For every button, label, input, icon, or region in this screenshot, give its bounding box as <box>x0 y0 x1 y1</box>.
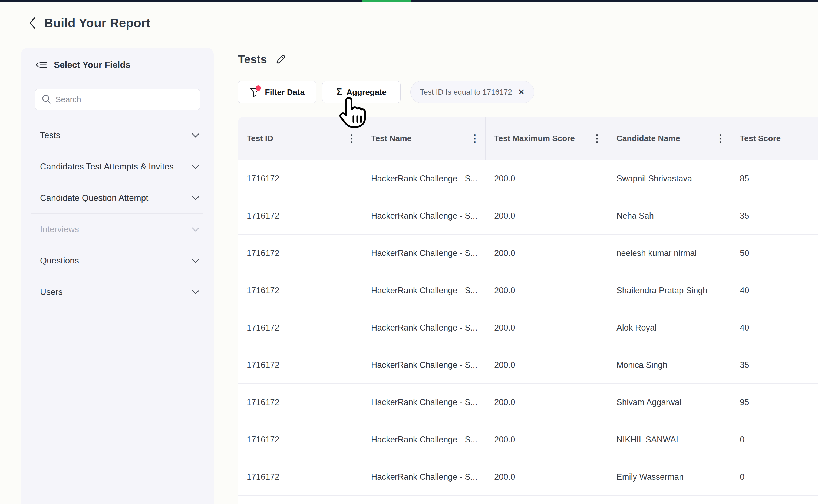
cell-test-maximum-score: 200.0 <box>485 160 608 197</box>
sidebar-field-list: Tests Candidates Test Attempts & Invites… <box>21 120 214 308</box>
chevron-down-icon <box>191 196 199 201</box>
filter-active-badge <box>256 85 261 91</box>
cell-test-score: 50 <box>731 235 818 272</box>
cell-test-id: 1716172 <box>238 197 363 234</box>
sidebar-item-users[interactable]: Users <box>31 276 203 308</box>
cell-candidate-name: Shailendra Pratap Singh <box>608 272 731 309</box>
aggregate-button-label: Aggregate <box>347 88 387 97</box>
kebab-menu-icon[interactable]: ⋮ <box>592 133 602 143</box>
top-window-strip <box>0 0 818 2</box>
cell-test-maximum-score: 200.0 <box>485 197 608 234</box>
collapse-panel-button[interactable] <box>35 60 47 70</box>
sidebar-header: Select Your Fields <box>35 60 130 70</box>
search-input[interactable] <box>35 89 200 110</box>
filter-button-label: Filter Data <box>265 88 305 97</box>
aggregate-button[interactable]: Σ Aggregate <box>322 81 401 103</box>
cell-test-name: HackerRank Challenge - S... <box>363 346 485 383</box>
cell-test-id: 1716172 <box>238 421 363 458</box>
collapse-panel-icon <box>35 60 47 70</box>
table-row: 1716172 HackerRank Challenge - S... 200.… <box>238 458 818 496</box>
cell-test-id: 1716172 <box>238 309 363 346</box>
pencil-icon <box>276 54 287 65</box>
close-icon[interactable]: ✕ <box>518 88 525 96</box>
table-row: 1716172 HackerRank Challenge - S... 200.… <box>238 235 818 272</box>
cell-candidate-name: Shivam Aggarwal <box>608 384 731 421</box>
column-header-label: Test Maximum Score <box>494 134 575 143</box>
cell-candidate-name: Emily Wasserman <box>608 458 731 495</box>
filter-data-button[interactable]: Filter Data <box>238 81 316 103</box>
sidebar-item-candidate-question-attempt[interactable]: Candidate Question Attempt <box>31 182 203 214</box>
table-row: 1716172 HackerRank Challenge - S... 200.… <box>238 421 818 458</box>
cell-candidate-name: Swapnil Shrivastava <box>608 160 731 197</box>
report-preview-table: Test ID ⋮ Test Name ⋮ Test Maximum Score… <box>238 117 818 504</box>
column-header-label: Test Name <box>371 134 412 143</box>
cell-candidate-name: Monica Singh <box>608 346 731 383</box>
report-section-header: Tests <box>238 53 287 66</box>
cell-test-maximum-score: 200.0 <box>485 346 608 383</box>
report-toolbar: Filter Data Σ Aggregate Test ID Is equal… <box>238 81 534 103</box>
cell-test-id: 1716172 <box>238 160 363 197</box>
cell-candidate-name: Neha Sah <box>608 197 731 234</box>
cell-test-score: 85 <box>731 160 818 197</box>
page-title: Build Your Report <box>44 16 150 30</box>
cell-test-maximum-score: 200.0 <box>485 421 608 458</box>
column-header-label: Candidate Name <box>617 134 680 143</box>
kebab-menu-icon[interactable]: ⋮ <box>715 133 726 143</box>
column-header-test-score: Test Score <box>731 117 818 160</box>
cell-test-maximum-score: 200.0 <box>485 235 608 272</box>
sidebar-item-tests[interactable]: Tests <box>31 120 203 151</box>
report-entity-title: Tests <box>238 53 267 66</box>
cell-candidate-name: Alok Royal <box>608 309 731 346</box>
sidebar-item-candidates-test-attempts-invites[interactable]: Candidates Test Attempts & Invites <box>31 151 203 182</box>
column-header-test-id: Test ID ⋮ <box>238 117 363 160</box>
column-header-label: Test ID <box>247 134 273 143</box>
cell-test-score: 0 <box>731 421 818 458</box>
chevron-down-icon <box>191 227 199 232</box>
cell-test-maximum-score: 200.0 <box>485 384 608 421</box>
sidebar-search <box>35 89 200 110</box>
sigma-icon: Σ <box>336 87 342 97</box>
sidebar-item-label: Tests <box>40 130 60 140</box>
fields-sidebar: Select Your Fields Tests Candidates Test… <box>21 48 214 504</box>
table-partial-row <box>238 496 818 504</box>
filter-chip[interactable]: Test ID Is equal to 1716172 ✕ <box>410 81 534 103</box>
top-strip-accent <box>363 0 411 2</box>
build-report-page: Build Your Report Select Your Fields Tes… <box>0 0 818 504</box>
column-header-test-maximum-score: Test Maximum Score ⋮ <box>485 117 608 160</box>
table-row: 1716172 HackerRank Challenge - S... 200.… <box>238 346 818 384</box>
table-row: 1716172 HackerRank Challenge - S... 200.… <box>238 384 818 421</box>
cell-test-name: HackerRank Challenge - S... <box>363 309 485 346</box>
cell-test-id: 1716172 <box>238 458 363 495</box>
table-row: 1716172 HackerRank Challenge - S... 200.… <box>238 160 818 197</box>
back-button[interactable] <box>28 16 36 29</box>
sidebar-item-label: Questions <box>40 256 79 266</box>
search-icon <box>41 94 52 105</box>
sidebar-item-interviews[interactable]: Interviews <box>31 214 203 245</box>
column-header-test-name: Test Name ⋮ <box>363 117 485 160</box>
kebab-menu-icon[interactable]: ⋮ <box>347 133 357 143</box>
cell-test-score: 40 <box>731 309 818 346</box>
sidebar-item-questions[interactable]: Questions <box>31 245 203 276</box>
edit-title-button[interactable] <box>276 54 287 65</box>
chevron-down-icon <box>191 290 199 295</box>
cell-test-id: 1716172 <box>238 346 363 383</box>
kebab-menu-icon[interactable]: ⋮ <box>470 133 480 143</box>
cell-test-name: HackerRank Challenge - S... <box>363 235 485 272</box>
page-header: Build Your Report <box>28 16 150 30</box>
chevron-down-icon <box>191 258 199 263</box>
cell-test-name: HackerRank Challenge - S... <box>363 458 485 495</box>
cell-candidate-name: neelesh kumar nirmal <box>608 235 731 272</box>
cell-test-name: HackerRank Challenge - S... <box>363 421 485 458</box>
cell-test-score: 35 <box>731 197 818 234</box>
column-header-label: Test Score <box>740 134 781 143</box>
table-row: 1716172 HackerRank Challenge - S... 200.… <box>238 272 818 309</box>
cell-test-score: 35 <box>731 346 818 383</box>
cell-test-score: 40 <box>731 272 818 309</box>
cell-test-id: 1716172 <box>238 235 363 272</box>
cell-test-id: 1716172 <box>238 384 363 421</box>
cell-test-score: 0 <box>731 458 818 495</box>
sidebar-item-label: Candidate Question Attempt <box>40 193 148 203</box>
cell-test-maximum-score: 200.0 <box>485 309 608 346</box>
cell-test-name: HackerRank Challenge - S... <box>363 160 485 197</box>
filter-chip-label: Test ID Is equal to 1716172 <box>420 88 512 96</box>
